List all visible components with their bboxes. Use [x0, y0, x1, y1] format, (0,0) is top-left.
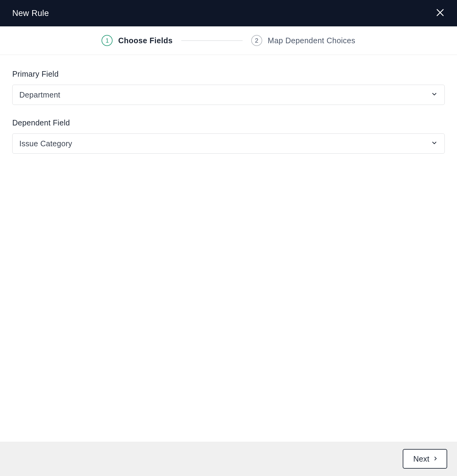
step-choose-fields[interactable]: 1 Choose Fields	[102, 35, 172, 46]
content-area: Primary Field Department Dependent Field…	[0, 55, 457, 442]
chevron-down-icon	[431, 91, 438, 99]
close-icon	[436, 8, 445, 18]
next-button-label: Next	[413, 455, 429, 463]
next-button[interactable]: Next	[403, 449, 447, 469]
dependent-field-value: Issue Category	[19, 139, 72, 148]
step-map-dependent-choices[interactable]: 2 Map Dependent Choices	[251, 35, 355, 46]
modal-footer: Next	[0, 442, 457, 476]
dependent-field-label: Dependent Field	[12, 118, 445, 127]
primary-field-label: Primary Field	[12, 70, 445, 79]
primary-field-value: Department	[19, 90, 60, 99]
step-label-2: Map Dependent Choices	[268, 36, 355, 45]
chevron-right-icon	[432, 455, 439, 463]
close-button[interactable]	[436, 8, 445, 18]
modal-title: New Rule	[12, 9, 49, 18]
step-connector	[181, 40, 243, 41]
dependent-field-select[interactable]: Issue Category	[12, 133, 445, 154]
step-number-1: 1	[102, 35, 113, 46]
chevron-down-icon	[431, 140, 438, 148]
modal-header: New Rule	[0, 0, 457, 26]
primary-field-select[interactable]: Department	[12, 85, 445, 105]
step-label-1: Choose Fields	[118, 36, 172, 45]
step-number-2: 2	[251, 35, 262, 46]
primary-field-group: Primary Field Department	[12, 70, 445, 105]
dependent-field-group: Dependent Field Issue Category	[12, 118, 445, 154]
stepper: 1 Choose Fields 2 Map Dependent Choices	[0, 26, 457, 55]
